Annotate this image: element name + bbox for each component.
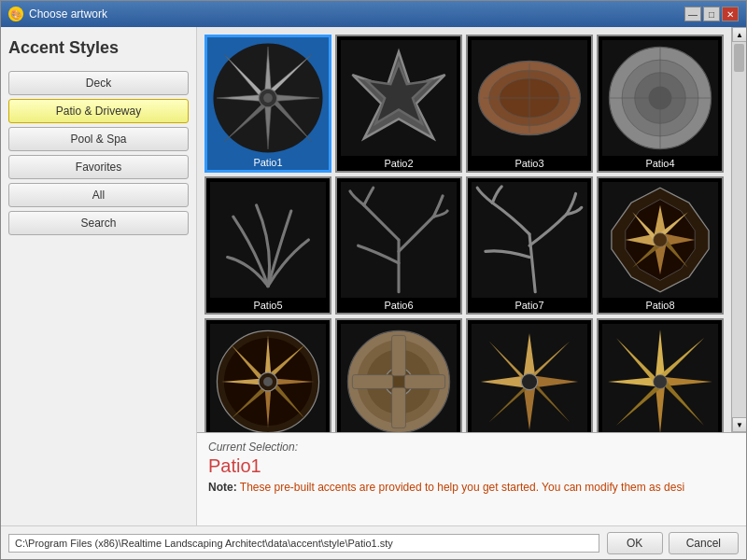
thumb-label-patio2: Patio2 <box>384 158 413 169</box>
maximize-button[interactable]: □ <box>703 7 720 21</box>
sidebar-btn-favorites[interactable]: Favorites <box>8 155 189 179</box>
svg-point-73 <box>521 373 537 389</box>
thumb-patio3[interactable]: Patio3 <box>466 35 593 173</box>
thumb-patio4[interactable]: Patio4 <box>597 35 724 173</box>
note-label: Note: <box>208 481 237 494</box>
content-area: Accent Styles Deck Patio & Driveway Pool… <box>1 27 746 525</box>
window-icon: 🎨 <box>8 7 23 21</box>
note-content: These pre-built accents are provided to … <box>240 481 684 494</box>
title-bar: 🎨 Choose artwork — □ ✕ <box>1 1 746 27</box>
thumb-patio7[interactable]: Patio7 <box>466 176 593 315</box>
bottom-panel: Current Selection: Patio1 Note: These pr… <box>197 432 746 525</box>
sidebar-btn-patio[interactable]: Patio & Driveway <box>8 99 189 123</box>
sidebar-btn-pool[interactable]: Pool & Spa <box>8 127 189 151</box>
thumb-patio10[interactable]: Patio10 <box>335 318 462 432</box>
artwork-grid: Patio1 <box>204 35 724 432</box>
artwork-grid-container[interactable]: Patio1 <box>197 27 731 432</box>
scroll-down-button[interactable]: ▼ <box>732 417 746 432</box>
thumb-patio9[interactable]: Patio9 <box>204 318 331 432</box>
thumb-patio11[interactable]: Patio11 <box>466 318 593 432</box>
sidebar-btn-all[interactable]: All <box>8 183 189 207</box>
scroll-thumb[interactable] <box>734 44 744 72</box>
minimize-button[interactable]: — <box>684 7 701 21</box>
svg-rect-60 <box>392 335 406 375</box>
thumb-label-patio1: Patio1 <box>253 157 282 168</box>
thumb-patio8[interactable]: Patio8 <box>597 176 724 315</box>
thumb-patio6[interactable]: Patio6 <box>335 176 462 315</box>
title-bar-left: 🎨 Choose artwork <box>8 7 107 21</box>
thumb-label-patio4: Patio4 <box>645 158 674 169</box>
selection-name: Patio1 <box>208 455 735 477</box>
sidebar-btn-deck[interactable]: Deck <box>8 71 189 95</box>
ok-button[interactable]: OK <box>607 532 663 554</box>
sidebar-title: Accent Styles <box>8 35 189 62</box>
footer-buttons: OK Cancel <box>607 532 739 554</box>
sidebar: Accent Styles Deck Patio & Driveway Pool… <box>1 27 197 525</box>
svg-point-54 <box>263 377 273 386</box>
main-window: 🎨 Choose artwork — □ ✕ Accent Styles Dec… <box>0 0 747 560</box>
thumb-label-patio7: Patio7 <box>514 300 543 311</box>
file-path: C:\Program Files (x86)\Realtime Landscap… <box>8 534 599 553</box>
thumb-patio12[interactable]: Patio12 <box>597 318 724 432</box>
footer: C:\Program Files (x86)\Realtime Landscap… <box>1 525 746 559</box>
thumb-patio5[interactable]: Patio5 <box>204 176 331 315</box>
scrollbar[interactable]: ▲ ▼ <box>731 27 746 432</box>
close-button[interactable]: ✕ <box>722 7 739 21</box>
sidebar-btn-search[interactable]: Search <box>8 211 189 235</box>
thumb-label-patio6: Patio6 <box>384 300 413 311</box>
svg-point-10 <box>263 93 273 103</box>
note-text: Note: These pre-built accents are provid… <box>208 481 735 494</box>
current-selection-label: Current Selection: <box>208 441 735 454</box>
scroll-up-button[interactable]: ▲ <box>732 27 746 42</box>
svg-rect-62 <box>352 375 392 389</box>
svg-point-41 <box>654 233 668 247</box>
svg-rect-63 <box>404 375 444 389</box>
thumb-label-patio5: Patio5 <box>253 300 282 311</box>
thumb-label-patio3: Patio3 <box>514 158 543 169</box>
cancel-button[interactable]: Cancel <box>669 532 739 554</box>
svg-point-83 <box>654 375 668 389</box>
thumb-patio2[interactable]: Patio2 <box>335 35 462 173</box>
thumb-label-patio8: Patio8 <box>645 300 674 311</box>
thumb-patio1[interactable]: Patio1 <box>204 35 331 173</box>
svg-rect-61 <box>392 387 406 427</box>
title-buttons: — □ ✕ <box>684 7 739 21</box>
window-title: Choose artwork <box>29 7 107 21</box>
